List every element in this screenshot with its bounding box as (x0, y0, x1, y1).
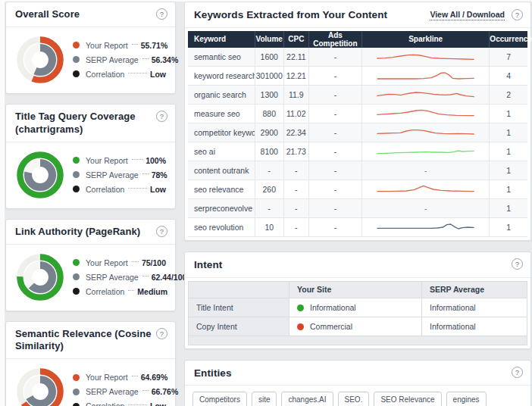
score-card-header: Semantic Relevance (Cosine Similarity) ? (6, 322, 175, 360)
volume-cell: 2900 (255, 123, 283, 142)
occurrences-cell: 4 (490, 67, 527, 86)
dotted-leader (132, 44, 138, 45)
help-icon[interactable]: ? (512, 258, 523, 270)
legend-row-serp-average: SERP Average 56.34% (73, 55, 166, 64)
ads-competition-cell: - (308, 48, 361, 67)
intent-card-header: Intent ? (185, 252, 530, 278)
score-card-header: Title Tag Query Coverage (chartrigrams) … (6, 105, 175, 142)
keywords-header-row: Keyword Volume CPC Ads Competition Spark… (188, 31, 527, 48)
score-legend: Your Report 64.69% SERP Average 66.76% (73, 367, 166, 406)
sparkline-cell (361, 180, 489, 199)
legend-dot (73, 70, 80, 77)
keyword-cell: competitor keywords (188, 123, 255, 142)
seo-report-page: Overall Score ? You (0, 0, 532, 406)
legend-value: 78% (152, 170, 167, 180)
intent-empty-header (189, 281, 289, 298)
help-icon[interactable]: ? (156, 328, 167, 339)
keyword-cell: seo relevance (188, 180, 255, 199)
cpc-cell: 22.34 (283, 123, 308, 142)
keyword-row: keyword research 301000 12.21 - 4 (188, 67, 527, 86)
cpc-cell: 11.02 (283, 105, 308, 123)
entity-tag: engines (446, 392, 487, 406)
intent-row-label: Copy Intent (189, 317, 289, 336)
entity-tag: site (252, 392, 277, 406)
sparkline-cell: - (361, 161, 489, 180)
help-icon[interactable]: ? (512, 367, 523, 378)
legend-label: Your Report (86, 258, 128, 267)
dotted-leader (132, 376, 138, 376)
sparkline-cell (361, 105, 489, 123)
ads-competition-cell: - (308, 161, 361, 180)
sparkline-chart (377, 106, 474, 121)
volume-cell: 10 (255, 218, 283, 237)
ads-competition-cell: - (308, 67, 361, 86)
legend-value: 62.44/100 (152, 273, 187, 282)
cpc-cell: - (283, 161, 308, 180)
keywords-title: Keywords Extracted from Your Content (194, 8, 387, 22)
score-card-header: Link Authority (PageRank) ? (6, 220, 175, 245)
serp-average-cell: Informational (422, 317, 527, 336)
ads-competition-cell: - (308, 180, 361, 199)
entity-tag: SEO. (338, 392, 370, 406)
sparkline-chart (377, 182, 474, 197)
legend-label: Correlation (86, 401, 124, 406)
legend-dot (73, 42, 80, 48)
cpc-cell: 11.9 (283, 86, 308, 105)
keyword-cell: organic search (188, 86, 255, 105)
cpc-cell: 22.11 (283, 48, 308, 67)
cpc-cell: 21.73 (283, 142, 308, 161)
dotted-leader (142, 173, 149, 174)
keyword-row: seo ai 8100 21.73 - 1 (188, 142, 527, 161)
keyword-row: seo relevance 260 - - 1 (188, 180, 527, 199)
main-column: Keywords Extracted from Your Content Vie… (184, 2, 531, 406)
dotted-leader (128, 188, 147, 189)
occurrences-cell: 2 (490, 86, 527, 105)
intent-table: Your Site SERP Average Title Intent Info… (188, 281, 527, 336)
score-card: Semantic Relevance (Cosine Similarity) ? (5, 321, 176, 406)
keyword-row: measure seo 880 11.02 - 1 (188, 105, 527, 123)
legend-row-your-report: Your Report 64.69% (73, 373, 166, 382)
col-cpc: CPC (283, 31, 308, 48)
legend-label: Your Report (86, 156, 128, 165)
sparkline-cell: - (361, 199, 489, 218)
intent-status-dot (297, 323, 304, 330)
intent-title: Intent (194, 258, 222, 272)
sparkline-chart (377, 49, 474, 64)
dotted-leader (128, 73, 147, 73)
legend-row-serp-average: SERP Average 78% (73, 170, 166, 180)
sparkline-chart (377, 87, 474, 102)
legend-row-your-report: Your Report 75/100 (73, 258, 166, 267)
help-icon[interactable]: ? (156, 8, 167, 20)
dotted-leader (142, 58, 149, 59)
cpc-cell: 12.21 (283, 67, 308, 86)
your-site-cell: Commercial (289, 317, 422, 336)
occurrences-cell: 1 (490, 199, 527, 218)
keyword-cell: seo ai (188, 142, 255, 161)
volume-cell: 1300 (255, 86, 283, 105)
legend-dot (73, 56, 80, 63)
view-all-download-link[interactable]: View All / Download (430, 10, 505, 20)
help-icon[interactable]: ? (512, 9, 523, 20)
legend-value: 55.71% (141, 41, 168, 50)
occurrences-cell: 1 (490, 218, 527, 237)
score-legend: Your Report 55.71% SERP Average 56.34% (73, 36, 166, 84)
cpc-cell: - (283, 218, 308, 237)
intent-row: Title Intent Informational Informational (189, 298, 527, 317)
keywords-card-header: Keywords Extracted from Your Content Vie… (185, 2, 530, 28)
intent-header-row: Your Site SERP Average (189, 281, 527, 298)
keywords-table: Keyword Volume CPC Ads Competition Spark… (188, 31, 527, 238)
legend-value: Low (150, 70, 166, 79)
dotted-leader (128, 290, 134, 291)
help-icon[interactable]: ? (156, 226, 167, 237)
sparkline-chart (377, 125, 474, 140)
cpc-cell: - (283, 199, 308, 218)
legend-label: Your Report (86, 41, 128, 50)
legend-value: 56.34% (152, 55, 179, 64)
intent-row: Copy Intent Commercial Informational (189, 317, 527, 336)
intent-status-dot (297, 304, 304, 311)
occurrences-cell: 1 (490, 180, 527, 199)
dotted-leader (128, 404, 147, 405)
occurrences-cell: 7 (490, 48, 527, 67)
help-icon[interactable]: ? (156, 111, 167, 122)
legend-label: SERP Average (86, 273, 139, 282)
